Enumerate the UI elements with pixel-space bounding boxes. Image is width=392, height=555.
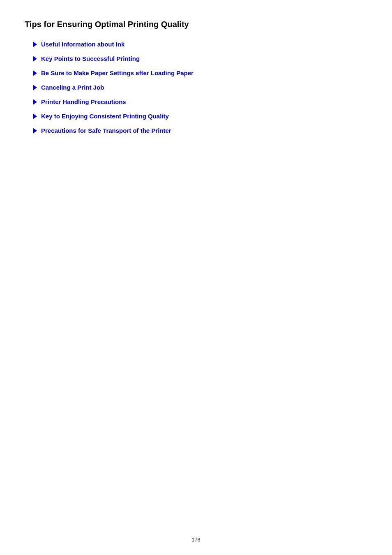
page-number: 173 bbox=[191, 536, 201, 543]
chevron-right-icon bbox=[33, 85, 37, 90]
page-content: Tips for Ensuring Optimal Printing Quali… bbox=[0, 0, 392, 174]
list-item: Useful Information about Ink bbox=[33, 41, 367, 48]
list-item: Printer Handling Precautions bbox=[33, 98, 367, 105]
chevron-right-icon bbox=[33, 128, 37, 134]
nav-link-2[interactable]: Key Points to Successful Printing bbox=[41, 55, 140, 62]
chevron-right-icon bbox=[33, 42, 37, 47]
nav-link-1[interactable]: Useful Information about Ink bbox=[41, 41, 125, 48]
navigation-list: Useful Information about InkKey Points t… bbox=[33, 41, 367, 134]
list-item: Key to Enjoying Consistent Printing Qual… bbox=[33, 113, 367, 120]
nav-link-6[interactable]: Key to Enjoying Consistent Printing Qual… bbox=[41, 113, 169, 120]
chevron-right-icon bbox=[33, 99, 37, 105]
list-item: Be Sure to Make Paper Settings after Loa… bbox=[33, 69, 367, 76]
list-item: Key Points to Successful Printing bbox=[33, 55, 367, 62]
page-title: Tips for Ensuring Optimal Printing Quali… bbox=[25, 20, 367, 29]
chevron-right-icon bbox=[33, 113, 37, 119]
nav-link-5[interactable]: Printer Handling Precautions bbox=[41, 98, 126, 105]
chevron-right-icon bbox=[33, 70, 37, 76]
list-item: Canceling a Print Job bbox=[33, 84, 367, 91]
nav-link-4[interactable]: Canceling a Print Job bbox=[41, 84, 104, 91]
nav-link-7[interactable]: Precautions for Safe Transport of the Pr… bbox=[41, 127, 171, 134]
nav-link-3[interactable]: Be Sure to Make Paper Settings after Loa… bbox=[41, 69, 194, 76]
chevron-right-icon bbox=[33, 56, 37, 62]
list-item: Precautions for Safe Transport of the Pr… bbox=[33, 127, 367, 134]
